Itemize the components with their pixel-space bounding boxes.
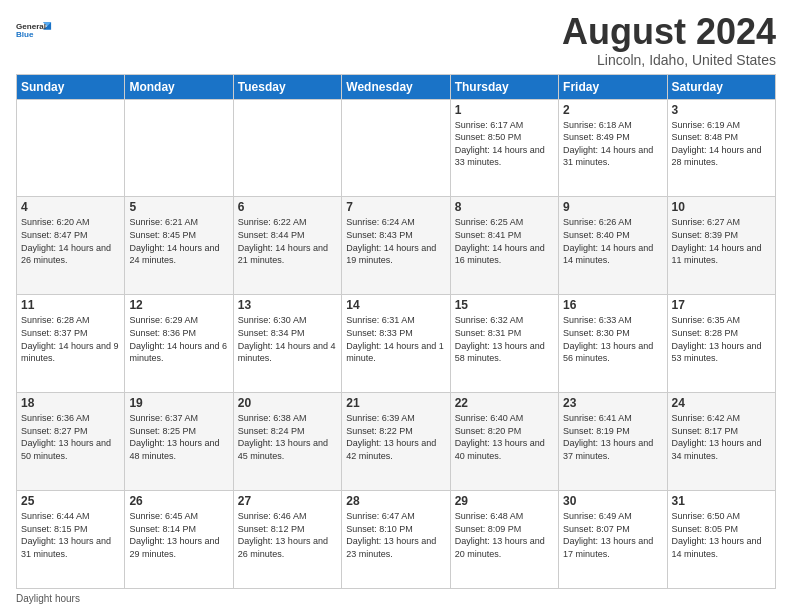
- day-info: Sunrise: 6:24 AM Sunset: 8:43 PM Dayligh…: [346, 216, 445, 266]
- col-sunday: Sunday: [17, 74, 125, 99]
- day-number: 16: [563, 298, 662, 312]
- calendar-cell-1-6: 10Sunrise: 6:27 AM Sunset: 8:39 PM Dayli…: [667, 197, 775, 295]
- calendar-cell-0-3: [342, 99, 450, 197]
- calendar-cell-1-4: 8Sunrise: 6:25 AM Sunset: 8:41 PM Daylig…: [450, 197, 558, 295]
- svg-text:General: General: [16, 22, 46, 31]
- calendar-cell-2-5: 16Sunrise: 6:33 AM Sunset: 8:30 PM Dayli…: [559, 295, 667, 393]
- day-number: 4: [21, 200, 120, 214]
- header: GeneralBlue August 2024 Lincoln, Idaho, …: [16, 12, 776, 68]
- calendar-cell-4-4: 29Sunrise: 6:48 AM Sunset: 8:09 PM Dayli…: [450, 491, 558, 589]
- footer-daylight: Daylight hours: [16, 593, 776, 604]
- day-info: Sunrise: 6:45 AM Sunset: 8:14 PM Dayligh…: [129, 510, 228, 560]
- calendar-cell-3-3: 21Sunrise: 6:39 AM Sunset: 8:22 PM Dayli…: [342, 393, 450, 491]
- day-info: Sunrise: 6:29 AM Sunset: 8:36 PM Dayligh…: [129, 314, 228, 364]
- calendar-cell-0-4: 1Sunrise: 6:17 AM Sunset: 8:50 PM Daylig…: [450, 99, 558, 197]
- day-info: Sunrise: 6:22 AM Sunset: 8:44 PM Dayligh…: [238, 216, 337, 266]
- day-info: Sunrise: 6:39 AM Sunset: 8:22 PM Dayligh…: [346, 412, 445, 462]
- day-number: 9: [563, 200, 662, 214]
- calendar-cell-2-2: 13Sunrise: 6:30 AM Sunset: 8:34 PM Dayli…: [233, 295, 341, 393]
- day-number: 13: [238, 298, 337, 312]
- calendar-cell-4-6: 31Sunrise: 6:50 AM Sunset: 8:05 PM Dayli…: [667, 491, 775, 589]
- calendar-cell-1-0: 4Sunrise: 6:20 AM Sunset: 8:47 PM Daylig…: [17, 197, 125, 295]
- day-number: 14: [346, 298, 445, 312]
- day-number: 19: [129, 396, 228, 410]
- day-info: Sunrise: 6:47 AM Sunset: 8:10 PM Dayligh…: [346, 510, 445, 560]
- calendar-cell-2-6: 17Sunrise: 6:35 AM Sunset: 8:28 PM Dayli…: [667, 295, 775, 393]
- calendar-cell-0-0: [17, 99, 125, 197]
- day-number: 21: [346, 396, 445, 410]
- calendar-cell-3-2: 20Sunrise: 6:38 AM Sunset: 8:24 PM Dayli…: [233, 393, 341, 491]
- day-info: Sunrise: 6:44 AM Sunset: 8:15 PM Dayligh…: [21, 510, 120, 560]
- day-number: 7: [346, 200, 445, 214]
- calendar-cell-2-0: 11Sunrise: 6:28 AM Sunset: 8:37 PM Dayli…: [17, 295, 125, 393]
- calendar-cell-2-1: 12Sunrise: 6:29 AM Sunset: 8:36 PM Dayli…: [125, 295, 233, 393]
- day-number: 2: [563, 103, 662, 117]
- day-info: Sunrise: 6:37 AM Sunset: 8:25 PM Dayligh…: [129, 412, 228, 462]
- day-number: 29: [455, 494, 554, 508]
- title-block: August 2024 Lincoln, Idaho, United State…: [562, 12, 776, 68]
- day-number: 17: [672, 298, 771, 312]
- day-info: Sunrise: 6:42 AM Sunset: 8:17 PM Dayligh…: [672, 412, 771, 462]
- day-info: Sunrise: 6:46 AM Sunset: 8:12 PM Dayligh…: [238, 510, 337, 560]
- calendar-cell-3-6: 24Sunrise: 6:42 AM Sunset: 8:17 PM Dayli…: [667, 393, 775, 491]
- day-number: 15: [455, 298, 554, 312]
- day-info: Sunrise: 6:27 AM Sunset: 8:39 PM Dayligh…: [672, 216, 771, 266]
- col-thursday: Thursday: [450, 74, 558, 99]
- day-info: Sunrise: 6:38 AM Sunset: 8:24 PM Dayligh…: [238, 412, 337, 462]
- day-number: 28: [346, 494, 445, 508]
- day-number: 3: [672, 103, 771, 117]
- calendar-table: Sunday Monday Tuesday Wednesday Thursday…: [16, 74, 776, 589]
- day-number: 18: [21, 396, 120, 410]
- col-friday: Friday: [559, 74, 667, 99]
- day-number: 31: [672, 494, 771, 508]
- calendar-cell-1-2: 6Sunrise: 6:22 AM Sunset: 8:44 PM Daylig…: [233, 197, 341, 295]
- day-number: 22: [455, 396, 554, 410]
- day-info: Sunrise: 6:36 AM Sunset: 8:27 PM Dayligh…: [21, 412, 120, 462]
- col-tuesday: Tuesday: [233, 74, 341, 99]
- day-info: Sunrise: 6:20 AM Sunset: 8:47 PM Dayligh…: [21, 216, 120, 266]
- calendar-cell-4-5: 30Sunrise: 6:49 AM Sunset: 8:07 PM Dayli…: [559, 491, 667, 589]
- day-number: 30: [563, 494, 662, 508]
- page: GeneralBlue August 2024 Lincoln, Idaho, …: [0, 0, 792, 612]
- calendar-cell-4-1: 26Sunrise: 6:45 AM Sunset: 8:14 PM Dayli…: [125, 491, 233, 589]
- calendar-cell-1-1: 5Sunrise: 6:21 AM Sunset: 8:45 PM Daylig…: [125, 197, 233, 295]
- week-row-1: 4Sunrise: 6:20 AM Sunset: 8:47 PM Daylig…: [17, 197, 776, 295]
- calendar-cell-0-2: [233, 99, 341, 197]
- week-row-4: 25Sunrise: 6:44 AM Sunset: 8:15 PM Dayli…: [17, 491, 776, 589]
- day-info: Sunrise: 6:18 AM Sunset: 8:49 PM Dayligh…: [563, 119, 662, 169]
- calendar-cell-2-3: 14Sunrise: 6:31 AM Sunset: 8:33 PM Dayli…: [342, 295, 450, 393]
- calendar-cell-2-4: 15Sunrise: 6:32 AM Sunset: 8:31 PM Dayli…: [450, 295, 558, 393]
- week-row-3: 18Sunrise: 6:36 AM Sunset: 8:27 PM Dayli…: [17, 393, 776, 491]
- subtitle: Lincoln, Idaho, United States: [562, 52, 776, 68]
- day-info: Sunrise: 6:35 AM Sunset: 8:28 PM Dayligh…: [672, 314, 771, 364]
- day-info: Sunrise: 6:30 AM Sunset: 8:34 PM Dayligh…: [238, 314, 337, 364]
- day-info: Sunrise: 6:17 AM Sunset: 8:50 PM Dayligh…: [455, 119, 554, 169]
- calendar-cell-4-0: 25Sunrise: 6:44 AM Sunset: 8:15 PM Dayli…: [17, 491, 125, 589]
- calendar-cell-3-1: 19Sunrise: 6:37 AM Sunset: 8:25 PM Dayli…: [125, 393, 233, 491]
- day-number: 5: [129, 200, 228, 214]
- day-info: Sunrise: 6:40 AM Sunset: 8:20 PM Dayligh…: [455, 412, 554, 462]
- day-info: Sunrise: 6:21 AM Sunset: 8:45 PM Dayligh…: [129, 216, 228, 266]
- logo-icon: GeneralBlue: [16, 12, 52, 48]
- week-row-0: 1Sunrise: 6:17 AM Sunset: 8:50 PM Daylig…: [17, 99, 776, 197]
- day-info: Sunrise: 6:32 AM Sunset: 8:31 PM Dayligh…: [455, 314, 554, 364]
- day-number: 26: [129, 494, 228, 508]
- calendar-cell-1-3: 7Sunrise: 6:24 AM Sunset: 8:43 PM Daylig…: [342, 197, 450, 295]
- calendar-cell-0-6: 3Sunrise: 6:19 AM Sunset: 8:48 PM Daylig…: [667, 99, 775, 197]
- calendar-cell-1-5: 9Sunrise: 6:26 AM Sunset: 8:40 PM Daylig…: [559, 197, 667, 295]
- day-number: 23: [563, 396, 662, 410]
- day-info: Sunrise: 6:31 AM Sunset: 8:33 PM Dayligh…: [346, 314, 445, 364]
- calendar-cell-0-1: [125, 99, 233, 197]
- calendar-cell-3-0: 18Sunrise: 6:36 AM Sunset: 8:27 PM Dayli…: [17, 393, 125, 491]
- day-info: Sunrise: 6:26 AM Sunset: 8:40 PM Dayligh…: [563, 216, 662, 266]
- day-number: 20: [238, 396, 337, 410]
- day-number: 27: [238, 494, 337, 508]
- day-number: 8: [455, 200, 554, 214]
- day-info: Sunrise: 6:48 AM Sunset: 8:09 PM Dayligh…: [455, 510, 554, 560]
- day-info: Sunrise: 6:19 AM Sunset: 8:48 PM Dayligh…: [672, 119, 771, 169]
- day-number: 6: [238, 200, 337, 214]
- day-info: Sunrise: 6:25 AM Sunset: 8:41 PM Dayligh…: [455, 216, 554, 266]
- calendar-cell-3-4: 22Sunrise: 6:40 AM Sunset: 8:20 PM Dayli…: [450, 393, 558, 491]
- calendar-cell-3-5: 23Sunrise: 6:41 AM Sunset: 8:19 PM Dayli…: [559, 393, 667, 491]
- col-monday: Monday: [125, 74, 233, 99]
